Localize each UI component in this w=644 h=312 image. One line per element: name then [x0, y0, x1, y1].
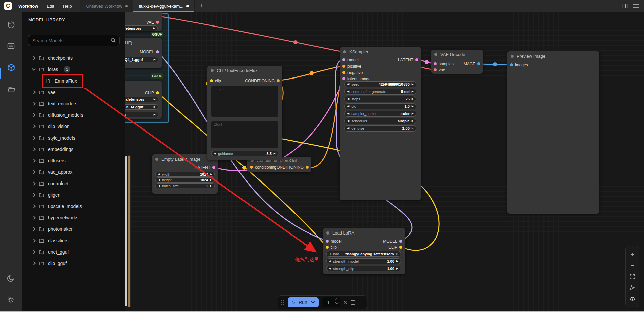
- reroute-dot-vae[interactable]: [293, 40, 298, 44]
- history-icon[interactable]: [7, 20, 15, 29]
- clip-input-port[interactable]: [210, 79, 213, 82]
- tree-item-clip-vision[interactable]: clip_vision: [22, 121, 125, 132]
- ksampler-node[interactable]: KSampler model LATENT positive negative …: [340, 47, 421, 200]
- clipped-note-node[interactable]: [128, 155, 131, 307]
- next-arrow-icon[interactable]: ▶: [210, 179, 212, 181]
- next-arrow-icon[interactable]: ▶: [154, 98, 156, 101]
- cfg-widget[interactable]: ◀ cfg 1.0 ▶: [344, 103, 416, 109]
- next-arrow-icon[interactable]: ▶: [153, 27, 155, 30]
- tree-item-checkpoints[interactable]: checkpoints: [22, 52, 125, 64]
- prev-arrow-icon[interactable]: ◀: [329, 253, 331, 255]
- next-arrow-icon[interactable]: ▶: [396, 260, 398, 263]
- vae-output-port[interactable]: [156, 21, 159, 24]
- tree-item-gligen[interactable]: gligen: [22, 189, 125, 201]
- prev-arrow-icon[interactable]: ◀: [158, 185, 160, 187]
- hamburger-menu-icon[interactable]: [633, 3, 639, 9]
- select-mode-button[interactable]: [629, 284, 635, 291]
- tree-item-clip-gguf[interactable]: clip_gguf: [22, 258, 125, 269]
- next-arrow-icon[interactable]: ▶: [210, 185, 212, 187]
- theme-toggle-icon[interactable]: [7, 274, 15, 283]
- height-widget[interactable]: ◀ height 1024 ▶: [155, 177, 215, 183]
- tree-item-emmaflux[interactable]: EmmaFlux: [22, 75, 125, 87]
- search-input[interactable]: [28, 35, 120, 46]
- tree-item-text-encoders[interactable]: text_encoders: [22, 98, 125, 109]
- conditioning-output-port[interactable]: [277, 79, 280, 82]
- t5xxl-prompt-textarea[interactable]: t5xxl: [211, 121, 278, 148]
- lora-name-widget[interactable]: ◀ lora ... zhangyuanying.safetensors ▶: [326, 251, 401, 257]
- preview-image-node[interactable]: Preview Image images: [507, 51, 599, 214]
- stop-button[interactable]: [351, 300, 355, 305]
- image-output-port[interactable]: [477, 62, 480, 65]
- panel-scrollbar[interactable]: [125, 156, 127, 306]
- reroute-dot-image[interactable]: [493, 62, 497, 66]
- new-tab-button[interactable]: +: [195, 2, 208, 10]
- menu-help[interactable]: Help: [59, 0, 76, 12]
- reroute-dot-conditioning[interactable]: [310, 71, 314, 75]
- zoom-out-button[interactable]: −: [630, 262, 634, 269]
- prev-arrow-icon[interactable]: ◀: [329, 260, 331, 263]
- clip-l-prompt-textarea[interactable]: clip_l: [211, 86, 278, 117]
- tab-unsaved-workflow[interactable]: Unsaved Workflow: [80, 0, 133, 12]
- sampler-name-widget[interactable]: ◀ sampler_name euler ▶: [344, 111, 416, 117]
- next-arrow-icon[interactable]: ▶: [154, 113, 156, 116]
- tree-item-loras[interactable]: loras 1: [22, 64, 125, 75]
- run-button[interactable]: ▷ Run: [288, 297, 319, 307]
- toggle-link-visibility-button[interactable]: [629, 296, 636, 302]
- decrement-icon[interactable]: [335, 301, 338, 304]
- latent-output-port[interactable]: [415, 58, 418, 61]
- clip-output-port[interactable]: [156, 91, 159, 94]
- next-arrow-icon[interactable]: ▶: [412, 127, 414, 130]
- toggle-panel-icon[interactable]: [621, 3, 628, 9]
- latent-output-port[interactable]: [212, 166, 215, 169]
- reroute-dot-latent[interactable]: [425, 60, 429, 64]
- next-arrow-icon[interactable]: ▶: [274, 152, 276, 155]
- seed-widget[interactable]: ◀ seed 425948886010830 ▶: [344, 81, 416, 87]
- batch-count-input[interactable]: 1: [322, 297, 340, 307]
- strength-model-widget[interactable]: ◀ strength_model 1.00 ▶: [326, 258, 401, 264]
- model-input-port[interactable]: [326, 240, 329, 243]
- next-arrow-icon[interactable]: ▶: [154, 106, 156, 108]
- prev-arrow-icon[interactable]: ◀: [347, 127, 349, 130]
- images-input-port[interactable]: [510, 63, 513, 66]
- tree-item-classifiers[interactable]: classifiers: [22, 235, 125, 246]
- comfyui-logo[interactable]: C: [4, 2, 12, 10]
- tree-item-upscale-models[interactable]: upscale_models: [22, 201, 125, 212]
- next-arrow-icon[interactable]: ▶: [210, 173, 212, 176]
- model-output-port[interactable]: [156, 50, 159, 53]
- menu-workflow[interactable]: Workflow: [14, 0, 42, 12]
- next-arrow-icon[interactable]: ▶: [396, 267, 398, 270]
- denoise-widget[interactable]: ◀ denoise 1.00 ▶: [344, 125, 416, 132]
- negative-input-port[interactable]: [342, 71, 345, 74]
- zoom-in-button[interactable]: +: [630, 251, 634, 258]
- tree-item-photomaker[interactable]: photomaker: [22, 223, 125, 235]
- prev-arrow-icon[interactable]: ◀: [347, 112, 349, 115]
- samples-input-port[interactable]: [434, 62, 437, 65]
- strength-clip-widget[interactable]: ◀ strength_clip 1.00 ▶: [326, 266, 401, 271]
- prev-arrow-icon[interactable]: ◀: [329, 267, 331, 270]
- positive-input-port[interactable]: [342, 65, 345, 68]
- prev-arrow-icon[interactable]: ◀: [347, 98, 349, 100]
- tree-item-diffusion-models[interactable]: diffusion_models: [22, 109, 125, 121]
- prev-arrow-icon[interactable]: ◀: [347, 105, 349, 108]
- tab-flux-workflow[interactable]: flux-1-dev-gguf-exam...: [133, 0, 195, 12]
- latent-image-input-port[interactable]: [342, 77, 345, 80]
- next-arrow-icon[interactable]: ▶: [412, 83, 414, 86]
- tree-item-unet-gguf[interactable]: unet_gguf: [22, 246, 125, 258]
- clip-text-encode-flux-node[interactable]: CLIPTextEncodeFlux clip CONDITIONING cli…: [207, 66, 282, 160]
- tree-item-vae[interactable]: vae: [22, 87, 125, 98]
- drag-handle-icon[interactable]: [281, 300, 284, 305]
- prev-arrow-icon[interactable]: ◀: [158, 173, 160, 176]
- node-logs-icon[interactable]: [7, 42, 15, 50]
- model-library-icon[interactable]: [7, 63, 15, 72]
- clip-output-port[interactable]: [399, 246, 402, 249]
- model-output-port[interactable]: [399, 240, 402, 243]
- menu-edit[interactable]: Edit: [42, 0, 58, 12]
- next-arrow-icon[interactable]: ▶: [154, 58, 156, 61]
- guidance-widget[interactable]: ◀ guidance 3.5 ▶: [211, 151, 278, 156]
- prev-arrow-icon[interactable]: ◀: [347, 83, 349, 86]
- tree-item-style-models[interactable]: style_models: [22, 132, 125, 144]
- batch-size-widget[interactable]: ◀ batch_size 1 ▶: [155, 183, 215, 188]
- control-after-generate-widget[interactable]: ◀ control after generate fixed ▶: [344, 89, 416, 95]
- chevron-down-icon[interactable]: [311, 300, 315, 303]
- tree-item-controlnet[interactable]: controlnet: [22, 178, 125, 189]
